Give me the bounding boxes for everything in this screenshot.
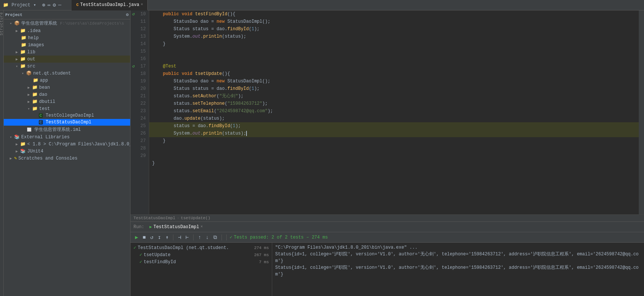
- code-line-21: status.setAuthor("无心剑");: [149, 92, 639, 100]
- test-tree-testfindbyid[interactable]: ✓ testFindById 7 ms: [131, 258, 272, 265]
- sort-down-button[interactable]: ↧: [156, 233, 162, 241]
- run-arrow-17[interactable]: ↺: [132, 63, 135, 70]
- line-18: 18: [131, 70, 149, 78]
- testcollege-icon: C: [39, 113, 43, 118]
- sidebar-teststatus-label: TestStatusDaoImpl: [46, 120, 91, 125]
- test-tree-tsetupdate[interactable]: ✓ tsetUpdate 267 ms: [131, 251, 272, 258]
- gear-icon[interactable]: ⚙: [126, 12, 129, 18]
- sidebar-testcollege-label: TestCollegeDaoImpl: [46, 113, 94, 118]
- code-line-16: [149, 55, 639, 63]
- sidebar-iml-label: 学生信息管理系统.iml: [34, 126, 81, 133]
- line-12: 12: [131, 25, 149, 33]
- sidebar-item-testcollege[interactable]: C TestCollegeDaoImpl: [4, 112, 130, 119]
- line-14: 14: [131, 40, 149, 48]
- sidebar-item-junit[interactable]: ▶ 📚 JUnit4: [4, 148, 130, 155]
- scroll-down-button[interactable]: ↓: [204, 234, 210, 241]
- code-line-18: public void tsetUpdate(){: [149, 70, 639, 78]
- sidebar-item-images[interactable]: 📁 images: [4, 41, 130, 48]
- run-tab-name: TestStatusDaoImpl: [153, 224, 199, 230]
- code-line-15: [149, 48, 639, 55]
- sidebar-item-out[interactable]: ▶ 📁 out: [4, 56, 130, 63]
- code-line-30: }: [149, 160, 639, 167]
- sidebar-item-src[interactable]: ▾ 📁 src: [4, 63, 130, 70]
- sidebar-item-dbutil[interactable]: ▶ 📁 dbutil: [4, 98, 130, 105]
- horizontal-split-icon[interactable]: ⇔: [47, 2, 50, 8]
- sidebar-item-root[interactable]: ▾ 📦 学生信息管理系统 F:\Users\as\IdeaProjects\s: [4, 19, 130, 27]
- line-11: 11: [131, 18, 149, 25]
- code-line-10: public void testFindById(){: [149, 10, 639, 18]
- sidebar-item-teststatus[interactable]: C TestStatusDaoImpl: [4, 119, 130, 126]
- run-toolbar: ▶ ■ ↺ ↧ ↟ ⊣ ⊢ ↑ ↓ ⧉ ✓ Tests passed: 2 of…: [131, 232, 644, 243]
- sidebar-item-package[interactable]: ▾ 📦 net.qt.student: [4, 70, 130, 77]
- code-line-28: [149, 145, 639, 152]
- sidebar-item-iml[interactable]: ⬜ 学生信息管理系统.iml: [4, 126, 130, 133]
- title-project-label[interactable]: Project: [12, 3, 30, 8]
- pass-check-root: ✓: [133, 245, 136, 251]
- sidebar-root-path: F:\Users\as\IdeaProjects\s: [60, 21, 124, 26]
- expand-left-button[interactable]: ⊣: [176, 233, 182, 241]
- run-icon: ▶: [150, 224, 152, 229]
- sidebar-bean-label: bean: [39, 85, 50, 90]
- code-line-11: StatusDao dao = new StatusDaoImpl();: [149, 18, 639, 25]
- sidebar-item-lib[interactable]: ▶ 📁 lib: [4, 48, 130, 56]
- sidebar-item-bean[interactable]: ▶ 📁 bean: [4, 84, 130, 91]
- line-26: 26: [131, 130, 149, 137]
- run-content: ✓ TestStatusDaoImpl (net.qt.student. 274…: [131, 243, 644, 296]
- project-sidebar: Project ⚙ ▾ 📦 学生信息管理系统 F:\Users\as\IdeaP…: [4, 10, 131, 296]
- sidebar-jdk-label: < 1.8 > C:\Program Files\Java\jdk1.8.0_2: [27, 142, 131, 147]
- sidebar-item-jdk[interactable]: ▶ 📁 < 1.8 > C:\Program Files\Java\jdk1.8…: [4, 141, 130, 148]
- sidebar-item-help[interactable]: 📁 help: [4, 34, 130, 41]
- line-28: 28: [131, 145, 149, 152]
- scroll-up-button[interactable]: ↑: [197, 234, 202, 241]
- idea-folder-icon: 📁: [20, 28, 26, 34]
- expand-arrow: ▾: [10, 21, 12, 26]
- sort-up-button[interactable]: ↟: [164, 233, 170, 241]
- sidebar-item-dao[interactable]: ▶ 📁 dao: [4, 91, 130, 98]
- output-line-3: Status{id=1, college='泸职院', version='V1.…: [275, 264, 641, 278]
- run-output: "C:\Program Files\Java\jdk1.8.0_201\bin\…: [272, 243, 644, 296]
- line-13: 13: [131, 33, 149, 40]
- pass-check-tsetupdate: ✓: [139, 252, 142, 258]
- expand-arrow-junit: ▶: [16, 149, 18, 154]
- editor-tab[interactable]: C TestStatusDaoImpl.java ×: [72, 0, 148, 10]
- sidebar-dao-label: dao: [39, 92, 47, 97]
- breadcrumb-class[interactable]: TestStatusDaoImpl: [133, 216, 175, 220]
- test-tree: ✓ TestStatusDaoImpl (net.qt.student. 274…: [131, 243, 272, 296]
- sidebar-item-app[interactable]: 📁 app: [4, 77, 130, 84]
- sidebar-item-test[interactable]: ▾ 📁 test: [4, 105, 130, 112]
- run-arrow-10[interactable]: ↺: [132, 10, 135, 18]
- test-testfindbyid-label: testFindById: [144, 259, 176, 265]
- code-line-24: dao.update(status);: [149, 115, 639, 122]
- test-tree-root[interactable]: ✓ TestStatusDaoImpl (net.qt.student. 274…: [131, 244, 272, 251]
- sidebar-item-scratches[interactable]: ▶ ✎ Scratches and Consoles: [4, 155, 130, 162]
- tab-close-button[interactable]: ×: [141, 3, 143, 7]
- sidebar-item-extlibs[interactable]: ▾ 📚 External Libraries: [4, 133, 130, 141]
- breadcrumb-method[interactable]: tsetUpdate(): [181, 216, 210, 220]
- add-icon[interactable]: ⊕: [42, 2, 45, 8]
- editor-area: ↺10 11 12 13 14 15 16 ↺17 18 19 20 21 22…: [131, 10, 644, 221]
- code-line-23: status.setEmail("2624598742@qq.com");: [149, 107, 639, 115]
- minimize-icon[interactable]: —: [58, 2, 61, 8]
- test-testfindbyid-time: 7 ms: [259, 260, 269, 264]
- run-tab-close[interactable]: ×: [201, 225, 203, 229]
- external-button[interactable]: ⧉: [212, 234, 219, 241]
- line-25: 25: [131, 122, 149, 130]
- expand-arrow-src: ▾: [16, 64, 18, 69]
- expand-arrow-extlibs: ▾: [10, 135, 12, 139]
- expand-right-button[interactable]: ⊢: [184, 233, 190, 241]
- play-button[interactable]: ▶: [133, 233, 139, 241]
- title-dropdown-arrow[interactable]: ▾: [33, 2, 36, 8]
- lib-folder-icon: 📁: [20, 49, 26, 55]
- run-tab-teststatus[interactable]: ▶ TestStatusDaoImpl ×: [147, 224, 205, 230]
- sidebar-item-idea[interactable]: ▶ 📁 .idea: [4, 27, 130, 34]
- test-result-text: Tests passed: 2 of 2 tests – 274 ms: [234, 235, 328, 240]
- sidebar-header: Project ⚙: [4, 10, 130, 19]
- settings-icon[interactable]: ⚙: [53, 2, 56, 8]
- stop-button[interactable]: ■: [141, 234, 147, 241]
- help-folder-icon: 📁: [21, 35, 26, 41]
- code-editor[interactable]: public void testFindById(){ StatusDao da…: [149, 10, 639, 214]
- editor-scrollbar[interactable]: [639, 10, 644, 214]
- main-area: Structure Project ⚙ ▾ 📦 学生信息管理系统 F:\User…: [0, 10, 644, 296]
- rerun-button[interactable]: ↺: [149, 233, 155, 241]
- line-21: 21: [131, 92, 149, 100]
